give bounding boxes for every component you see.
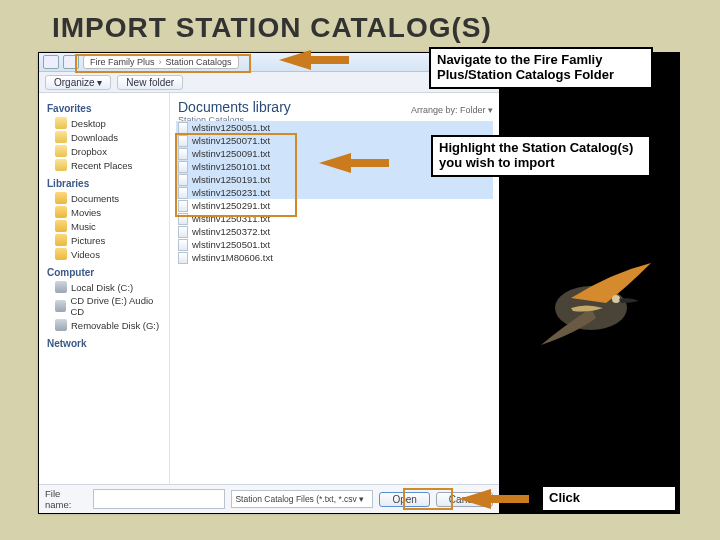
nav-section-libraries: Libraries [47,178,165,189]
nav-item-label: CD Drive (E:) Audio CD [70,295,165,317]
nav-item-label: Pictures [71,235,105,246]
file-icon [178,135,188,147]
drive-icon [55,300,66,312]
nav-item[interactable]: Music [41,219,167,233]
star-icon [55,159,67,171]
file-item[interactable]: wlstinv1250291.txt [176,199,493,212]
arrow-icon [319,153,351,173]
file-item[interactable]: wlstinv1250501.txt [176,238,493,251]
file-icon [178,213,188,225]
nav-item[interactable]: Movies [41,205,167,219]
nav-item-label: Local Disk (C:) [71,282,133,293]
filename-label: File name: [45,488,87,510]
breadcrumb-seg: Station Catalogs [166,57,232,67]
nav-fwd-button[interactable] [63,55,79,69]
bird-graphic-icon [531,253,661,348]
nav-section-computer: Computer [47,267,165,278]
nav-section-favorites: Favorites [47,103,165,114]
breadcrumb[interactable]: Fire Family Plus › Station Catalogs [83,55,239,69]
file-icon [178,226,188,238]
nav-item-label: Recent Places [71,160,132,171]
nav-item[interactable]: Pictures [41,233,167,247]
callout-highlight: Highlight the Station Catalog(s) you wis… [431,135,651,177]
nav-item-label: Downloads [71,132,118,143]
file-open-dialog: Fire Family Plus › Station Catalogs Orga… [39,53,499,513]
file-name: wlstinv1250071.txt [192,135,270,146]
nav-pane: Favorites DesktopDownloadsDropboxRecent … [39,93,170,487]
folder-icon [55,220,67,232]
nav-item[interactable]: Videos [41,247,167,261]
star-icon [55,131,67,143]
organize-button[interactable]: Organize ▾ [45,75,111,90]
nav-item-label: Music [71,221,96,232]
nav-item[interactable]: Desktop [41,116,167,130]
file-name: wlstinv1250051.txt [192,122,270,133]
nav-item[interactable]: Downloads [41,130,167,144]
file-name: wlstinv1250311.txt [192,213,270,224]
nav-item[interactable]: Removable Disk (G:) [41,318,167,332]
filename-input[interactable] [93,489,225,509]
chevron-right-icon: › [159,57,162,67]
file-name: wlstinv1250091.txt [192,148,270,159]
nav-item[interactable]: Recent Places [41,158,167,172]
nav-item[interactable]: Dropbox [41,144,167,158]
drive-icon [55,319,67,331]
page-title: IMPORT STATION CATALOG(S) [52,12,690,44]
file-icon [178,252,188,264]
nav-item[interactable]: Documents [41,191,167,205]
file-name: wlstinv1250372.txt [192,226,270,237]
file-icon [178,174,188,186]
file-icon [178,122,188,134]
folder-icon [55,192,67,204]
arrange-by[interactable]: Arrange by: Folder ▾ [176,105,493,115]
file-item[interactable]: wlstinv1250231.txt [176,186,493,199]
svg-point-1 [612,295,620,303]
nav-item-label: Removable Disk (G:) [71,320,159,331]
file-name: wlstinv1250191.txt [192,174,270,185]
nav-item[interactable]: Local Disk (C:) [41,280,167,294]
file-item[interactable]: wlstinv1250051.txt [176,121,493,134]
nav-back-button[interactable] [43,55,59,69]
file-icon [178,187,188,199]
file-icon [178,239,188,251]
file-item[interactable]: wlstinv1M80606.txt [176,251,493,264]
callout-navigate: Navigate to the Fire Famliy Plus/Station… [429,47,653,89]
nav-item-label: Dropbox [71,146,107,157]
nav-item-label: Documents [71,193,119,204]
file-item[interactable]: wlstinv1250372.txt [176,225,493,238]
nav-item-label: Movies [71,207,101,218]
star-icon [55,117,67,129]
dialog-footer: File name: Station Catalog Files (*.txt,… [39,484,499,513]
file-name: wlstinv1M80606.txt [192,252,273,263]
breadcrumb-seg: Fire Family Plus [90,57,155,67]
callout-click: Click [541,485,677,512]
file-name: wlstinv1250231.txt [192,187,270,198]
folder-icon [55,234,67,246]
drive-icon [55,281,67,293]
star-icon [55,145,67,157]
folder-icon [55,206,67,218]
file-icon [178,161,188,173]
nav-section-network: Network [47,338,165,349]
file-name: wlstinv1250291.txt [192,200,270,211]
arrow-icon [459,489,491,509]
file-icon [178,148,188,160]
nav-item-label: Videos [71,249,100,260]
new-folder-button[interactable]: New folder [117,75,183,90]
open-button[interactable]: Open [379,492,429,507]
screenshot-stage: Fire Family Plus › Station Catalogs Orga… [38,52,680,514]
arrow-icon [279,50,311,70]
folder-icon [55,248,67,260]
file-icon [178,200,188,212]
nav-item[interactable]: CD Drive (E:) Audio CD [41,294,167,318]
file-name: wlstinv1250501.txt [192,239,270,250]
file-type-filter[interactable]: Station Catalog Files (*.txt, *.csv ▾ [231,490,373,508]
file-name: wlstinv1250101.txt [192,161,270,172]
file-item[interactable]: wlstinv1250311.txt [176,212,493,225]
nav-item-label: Desktop [71,118,106,129]
